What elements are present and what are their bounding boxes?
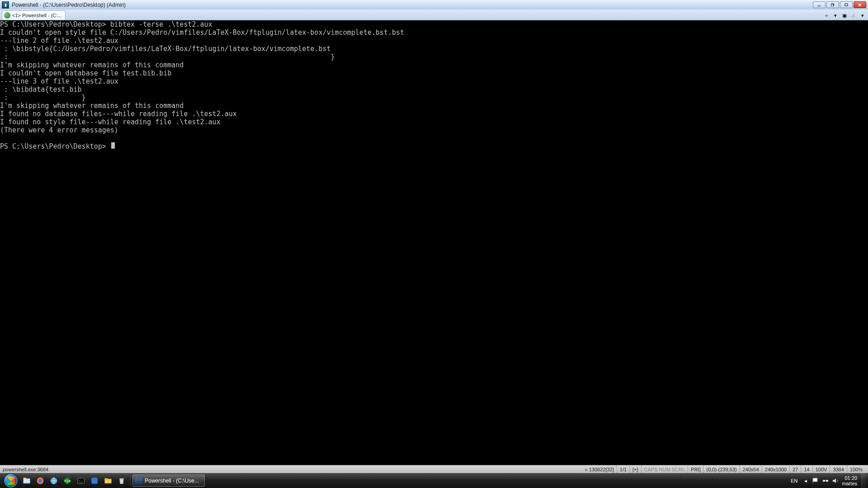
windows-orb-icon xyxy=(4,474,18,488)
status-coords: (0,0)-(239,53) xyxy=(703,465,739,473)
taskbar-active-powershell[interactable]: Powershell - (C:\Use... xyxy=(132,474,205,487)
tab-powershell[interactable]: <1> Powershell - (C:... xyxy=(2,10,66,20)
svg-rect-21 xyxy=(823,480,825,482)
network-icon[interactable] xyxy=(822,477,829,484)
app-icon: ▮ xyxy=(2,1,9,9)
status-c4: 3384 xyxy=(830,465,846,473)
pinned-vim[interactable]: Vim xyxy=(61,474,74,487)
taskbar-divider xyxy=(130,475,131,486)
pinned-browser[interactable] xyxy=(47,474,60,487)
new-tab-button[interactable]: ＋ xyxy=(823,12,830,19)
svg-rect-3 xyxy=(845,4,848,6)
show-desktop-button[interactable] xyxy=(862,473,866,488)
window-titlebar: ▮ Powershell - (C:\Users\Pedro\Desktop) … xyxy=(0,0,868,9)
close-button[interactable] xyxy=(854,1,866,8)
task-label: Powershell - (C:\Use... xyxy=(145,478,199,484)
status-buf: « 130822[32] xyxy=(582,465,617,473)
taskbar: Vim >_ Powershell - (C:\Use... EN ◂ 01:2… xyxy=(0,473,868,488)
pinned-explorer[interactable] xyxy=(20,474,33,487)
svg-rect-17 xyxy=(105,478,108,479)
svg-rect-15 xyxy=(91,478,97,483)
svg-rect-2 xyxy=(831,4,834,6)
flag-icon[interactable] xyxy=(812,477,819,484)
svg-text:>_: >_ xyxy=(79,479,82,483)
pinned-firefox[interactable] xyxy=(34,474,47,487)
status-bar: powershell.exe:3684 « 130822[32] 1/1 [+]… xyxy=(0,465,868,473)
clock-time: 01:20 xyxy=(842,475,857,481)
clock-day: martes xyxy=(842,481,857,486)
status-caps: CAPS NUM SCRL xyxy=(641,465,688,473)
status-c2: 14 xyxy=(801,465,812,473)
pinned-app-blue[interactable] xyxy=(88,474,101,487)
volume-icon[interactable] xyxy=(832,477,839,484)
svg-rect-7 xyxy=(24,478,27,479)
cursor xyxy=(111,142,115,149)
maximize-button[interactable] xyxy=(840,1,853,8)
language-indicator[interactable]: EN xyxy=(789,477,799,484)
minimize-button[interactable] xyxy=(813,1,826,8)
svg-marker-24 xyxy=(833,479,836,483)
status-sizeB: 240x1000 xyxy=(762,465,789,473)
status-c1: 27 xyxy=(789,465,801,473)
status-pos: 1/1 xyxy=(617,465,629,473)
status-pri: PRI] xyxy=(688,465,703,473)
toolbar-button-1[interactable]: ▣ xyxy=(841,12,848,19)
menu-button[interactable]: ▾ xyxy=(859,12,866,19)
start-button[interactable] xyxy=(2,473,20,488)
pinned-terminal[interactable]: >_ xyxy=(75,474,87,487)
svg-rect-19 xyxy=(813,478,817,482)
svg-point-9 xyxy=(38,479,42,482)
svg-rect-22 xyxy=(826,480,828,482)
pinned-folder[interactable] xyxy=(102,474,114,487)
status-sizeA: 240x54 xyxy=(740,465,762,473)
dropdown-button[interactable]: ▾ xyxy=(832,12,839,19)
svg-rect-18 xyxy=(119,478,124,479)
chevron-up-icon[interactable]: ◂ xyxy=(802,477,809,484)
tab-label: <1> Powershell - (C:... xyxy=(12,13,61,18)
system-tray: EN ◂ 01:20 martes xyxy=(786,475,860,486)
tab-bar: <1> Powershell - (C:... ＋ ▾ ▣ ⚠ ▾ xyxy=(0,9,868,20)
terminal-output[interactable]: PS C:\Users\Pedro\Desktop> bibtex -terse… xyxy=(0,20,868,465)
status-mod: [+] xyxy=(629,465,641,473)
tab-icon xyxy=(4,12,10,19)
toolbar-button-2[interactable]: ⚠ xyxy=(850,12,857,19)
svg-rect-6 xyxy=(24,479,30,483)
svg-text:Vim: Vim xyxy=(64,479,71,483)
clock[interactable]: 01:20 martes xyxy=(842,475,857,486)
restore-button[interactable] xyxy=(826,1,839,8)
status-c3: 100V xyxy=(812,465,830,473)
status-c5: 100% xyxy=(847,465,865,473)
task-app-icon xyxy=(135,477,142,484)
prompt: PS C:\Users\Pedro\Desktop> xyxy=(0,142,106,150)
pinned-trash[interactable] xyxy=(115,474,128,487)
status-process: powershell.exe:3684 xyxy=(3,467,48,472)
window-title: Powershell - (C:\Users\Pedro\Desktop) (A… xyxy=(12,2,126,8)
